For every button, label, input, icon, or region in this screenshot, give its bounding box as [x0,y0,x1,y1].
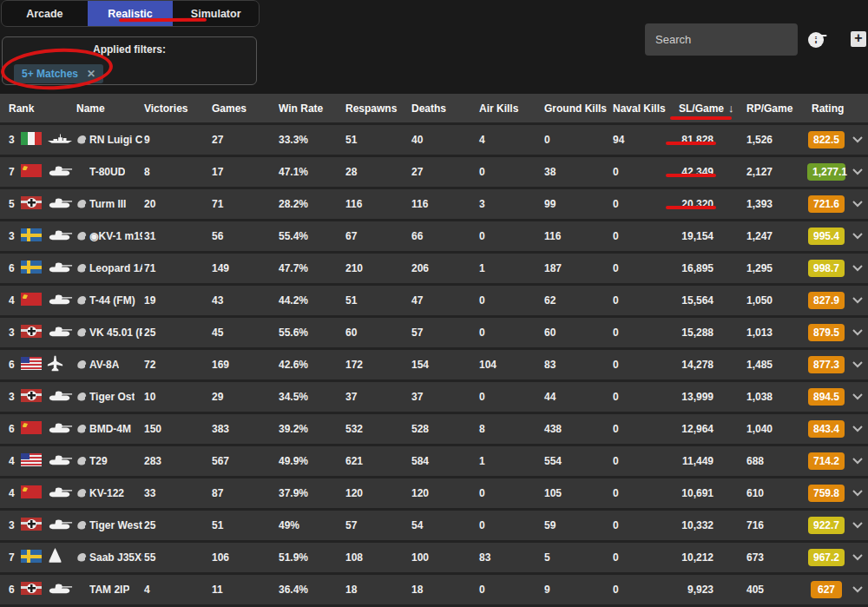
tab-simulator[interactable]: Simulator [173,1,259,26]
deaths-value: 18 [410,584,477,596]
search-input[interactable] [655,33,808,46]
tank-icon [47,583,73,595]
vehicle-name: ◉KV-1 m19 [89,230,142,242]
chevron-down-icon[interactable] [852,265,863,272]
rank-value: 4 [0,487,19,499]
flag-usa-icon [21,453,42,466]
vehicle-name: T29 [89,455,108,467]
air-kills-value: 0 [477,584,542,596]
rating-badge: 827.9 [808,292,845,309]
air-kills-value: 0 [477,487,542,499]
filter-icon[interactable] [810,35,827,46]
filter-chip-5-matches[interactable]: 5+ Matches ✕ [14,64,103,83]
sl-game-value: 9,923 [677,584,745,596]
premium-icon [76,327,87,338]
chevron-down-icon[interactable] [852,426,863,432]
victories-value: 55 [142,551,210,564]
ground-kills-value: 105 [542,487,611,499]
chevron-down-icon[interactable] [852,297,863,304]
games-value: 27 [210,134,277,146]
air-kills-value: 0 [477,519,542,531]
tank-icon [47,390,73,402]
rank-value: 6 [0,359,19,371]
tank-icon [47,326,73,338]
table-row[interactable]: 6 TAM 2IP 4 11 36.4% 18 18 0 9 0 9,923 4… [0,575,868,607]
add-filter-button[interactable]: + [851,31,866,47]
ground-kills-value: 38 [542,166,611,178]
col-header-victories[interactable]: Victories [142,102,210,115]
chevron-down-icon[interactable] [852,361,863,368]
respawns-value: 37 [344,391,410,403]
chevron-down-icon[interactable] [852,233,863,240]
tab-realistic[interactable]: Realistic [88,1,174,26]
win-rate-value: 47.1% [277,166,344,178]
table-row[interactable]: 4 T29 283 567 49.9% 621 584 1 554 0 11,4… [0,446,868,478]
table-row[interactable]: 6 Leopard 1A 71 149 47.7% 210 206 1 187 … [0,254,868,286]
table-row[interactable]: 7 Saab J35XS 55 106 51.9% 108 100 83 5 0… [0,543,868,575]
victories-value: 20 [142,198,210,210]
col-header-games[interactable]: Games [210,102,277,115]
premium-icon [76,360,87,370]
chip-close-icon[interactable]: ✕ [87,68,95,80]
vehicle-name: Tiger West [89,519,142,531]
table-row[interactable]: 3 Tiger Ost 10 29 34.5% 37 37 0 44 0 13,… [0,382,868,414]
tank-icon [47,454,73,466]
col-header-rank[interactable]: Rank [0,102,75,115]
games-value: 43 [210,294,277,307]
col-header-sl-game[interactable]: SL/Game↓ [677,102,745,115]
air-kills-value: 83 [477,551,542,564]
col-header-air-kills[interactable]: Air Kills [477,102,542,115]
chevron-down-icon[interactable] [852,490,863,497]
table-row[interactable]: 6 AV-8A 72 169 42.6% 172 154 104 83 0 14… [0,350,868,382]
col-header-rp-game[interactable]: RP/Game [745,102,806,115]
games-value: 11 [210,584,277,596]
table-row[interactable]: 6 BMD-4M 150 383 39.2% 532 528 8 438 0 1… [0,414,868,446]
victories-value: 19 [142,294,210,307]
mode-tabs: Arcade Realistic Simulator [1,0,260,27]
table-row[interactable]: 3 VK 45.01 (P 25 45 55.6% 60 57 0 60 0 1… [0,318,868,350]
win-rate-value: 51.9% [277,551,344,564]
ground-kills-value: 83 [542,359,611,371]
table-row[interactable]: 5 Turm III 20 71 28.2% 116 116 3 99 0 20… [0,189,868,221]
games-value: 45 [210,327,277,339]
table-row[interactable]: 3 Tiger West 25 51 49% 57 54 0 59 0 10,3… [0,511,868,543]
premium-icon [76,135,87,145]
chevron-down-icon[interactable] [852,201,863,208]
victories-value: 8 [142,166,210,178]
respawns-value: 28 [344,166,410,178]
chevron-down-icon[interactable] [852,586,863,593]
respawns-value: 60 [344,327,410,339]
tab-arcade[interactable]: Arcade [2,1,88,26]
col-header-naval-kills[interactable]: Naval Kills [611,102,677,115]
respawns-value: 172 [344,359,410,371]
col-header-ground-kills[interactable]: Ground Kills [542,102,611,115]
col-header-win-rate[interactable]: Win Rate [277,102,344,115]
col-header-deaths[interactable]: Deaths [410,102,477,115]
premium-icon [76,552,87,563]
table-row[interactable]: 4 T-44 (FM) 19 43 44.2% 51 47 0 62 0 15,… [0,286,868,318]
col-header-name[interactable]: Name [75,102,142,115]
table-row[interactable]: 7 T-80UD 8 17 47.1% 28 27 0 38 0 42,349 … [0,157,868,189]
table-row[interactable]: 3 ◉KV-1 m19 31 56 55.4% 67 66 0 116 0 19… [0,221,868,254]
chevron-down-icon[interactable] [852,458,863,465]
rating-badge: 998.7 [808,260,845,277]
vehicle-name: KV-122 [89,487,124,499]
games-value: 87 [210,487,277,499]
deaths-value: 27 [410,166,477,178]
rp-game-value: 1,013 [745,327,806,339]
flag-sweden-icon [21,228,42,241]
respawns-value: 210 [344,262,410,274]
chevron-down-icon[interactable] [852,522,863,529]
chevron-down-icon[interactable] [852,329,863,336]
vehicle-name: Tiger Ost [89,391,135,403]
table-header-row: Rank Name Victories Games Win Rate Respa… [0,94,868,125]
chevron-down-icon[interactable] [852,136,863,143]
naval-kills-value: 0 [611,487,677,499]
col-header-rating[interactable]: Rating [806,102,845,115]
table-row[interactable]: 3 RN Luigi Ca 9 27 33.3% 51 40 4 0 94 81… [0,125,868,157]
chevron-down-icon[interactable] [852,168,863,175]
chevron-down-icon[interactable] [852,393,863,400]
chevron-down-icon[interactable] [852,554,863,561]
col-header-respawns[interactable]: Respawns [344,102,410,115]
table-row[interactable]: 4 KV-122 33 87 37.9% 120 120 0 105 0 10,… [0,478,868,511]
